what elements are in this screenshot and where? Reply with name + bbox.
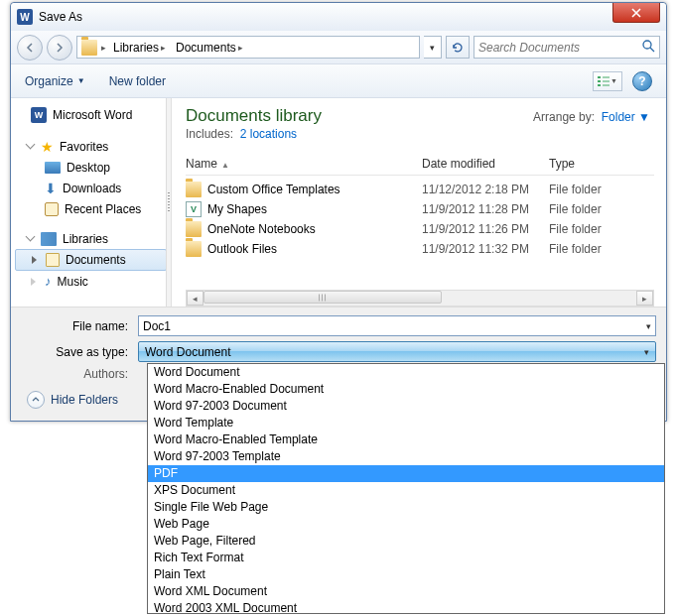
type-option[interactable]: Web Page, Filtered bbox=[148, 533, 664, 550]
type-option[interactable]: Word Document bbox=[148, 364, 664, 381]
table-row[interactable]: Outlook Files11/9/2012 11:32 PMFile fold… bbox=[186, 239, 654, 259]
scroll-track[interactable] bbox=[203, 291, 636, 306]
sidebar-item-recent[interactable]: Recent Places bbox=[11, 199, 171, 219]
scroll-left-button[interactable]: ◂ bbox=[187, 291, 203, 306]
window-title: Save As bbox=[39, 10, 82, 24]
file-date: 11/9/2012 11:28 PM bbox=[422, 202, 549, 216]
column-type[interactable]: Type bbox=[549, 157, 654, 171]
authors-label: Authors: bbox=[21, 367, 138, 381]
nav-bar: ▸ Libraries▸ Documents▸ ▾ bbox=[11, 31, 666, 64]
type-option[interactable]: Word 97-2003 Document bbox=[148, 398, 664, 415]
table-row[interactable]: Custom Office Templates11/12/2012 2:18 P… bbox=[186, 180, 654, 199]
sidebar-splitter[interactable] bbox=[166, 98, 171, 307]
type-option[interactable]: Rich Text Format bbox=[148, 550, 664, 566]
type-option[interactable]: Word Template bbox=[148, 415, 664, 431]
documents-icon bbox=[46, 253, 60, 267]
nav-forward-button[interactable] bbox=[47, 35, 72, 61]
file-type: File folder bbox=[549, 222, 654, 236]
type-option[interactable]: Word 2003 XML Document bbox=[148, 600, 664, 614]
view-options-button[interactable]: ▼ bbox=[593, 71, 622, 91]
filename-dropdown-icon[interactable]: ▾ bbox=[646, 321, 651, 331]
sidebar-item-music[interactable]: ♪Music bbox=[11, 271, 171, 292]
music-icon: ♪ bbox=[45, 274, 52, 289]
organize-button[interactable]: Organize ▼ bbox=[25, 74, 85, 88]
sidebar-item-word[interactable]: WMicrosoft Word bbox=[11, 104, 171, 126]
star-icon: ★ bbox=[41, 139, 54, 155]
save-as-type-select[interactable]: Word Document▾ bbox=[138, 341, 656, 362]
arrange-by-dropdown[interactable]: Folder ▼ bbox=[602, 110, 650, 124]
svg-rect-3 bbox=[598, 80, 601, 82]
column-headers: Name▲ Date modified Type bbox=[186, 157, 654, 176]
folder-icon bbox=[186, 241, 202, 257]
file-date: 11/12/2012 2:18 PM bbox=[422, 183, 549, 196]
file-date: 11/9/2012 11:26 PM bbox=[422, 222, 549, 236]
file-name: My Shapes bbox=[207, 202, 267, 216]
scroll-thumb[interactable] bbox=[203, 291, 442, 304]
save-as-dialog: W Save As ▸ Libraries▸ Documents▸ ▾ Orga… bbox=[10, 2, 667, 422]
search-box[interactable] bbox=[474, 36, 660, 59]
nav-back-button[interactable] bbox=[17, 35, 43, 61]
file-name: Custom Office Templates bbox=[207, 183, 340, 196]
chevron-up-icon bbox=[27, 391, 45, 409]
titlebar[interactable]: W Save As bbox=[11, 3, 666, 31]
desktop-icon bbox=[45, 162, 61, 174]
word-icon: W bbox=[31, 107, 47, 123]
search-input[interactable] bbox=[478, 41, 641, 55]
file-type: File folder bbox=[549, 242, 654, 256]
svg-point-0 bbox=[643, 41, 651, 49]
download-icon: ⬇ bbox=[45, 181, 57, 196]
sidebar-favorites-header[interactable]: ★Favorites bbox=[11, 136, 171, 158]
breadcrumb-documents[interactable]: Documents▸ bbox=[173, 41, 246, 55]
folder-icon bbox=[186, 182, 202, 197]
address-bar[interactable]: ▸ Libraries▸ Documents▸ bbox=[76, 36, 420, 59]
folder-icon bbox=[186, 221, 202, 237]
filename-input[interactable]: Doc1▾ bbox=[138, 315, 656, 336]
help-button[interactable]: ? bbox=[632, 71, 652, 91]
column-date[interactable]: Date modified bbox=[422, 157, 549, 171]
type-option[interactable]: Word XML Document bbox=[148, 583, 664, 600]
refresh-button[interactable] bbox=[446, 36, 470, 59]
type-option[interactable]: Word Macro-Enabled Document bbox=[148, 381, 664, 398]
type-option[interactable]: XPS Document bbox=[148, 482, 664, 499]
library-subtitle: Includes: 2 locations bbox=[186, 127, 654, 141]
horizontal-scrollbar[interactable]: ◂ ▸ bbox=[186, 290, 654, 307]
column-name[interactable]: Name▲ bbox=[186, 157, 422, 171]
svg-line-1 bbox=[650, 48, 654, 52]
arrange-by: Arrange by: Folder ▼ bbox=[533, 110, 650, 124]
dropdown-icon: ▾ bbox=[644, 347, 649, 357]
address-dropdown-button[interactable]: ▾ bbox=[424, 36, 442, 59]
help-icon: ? bbox=[638, 74, 645, 88]
table-row[interactable]: OneNote Notebooks11/9/2012 11:26 PMFile … bbox=[186, 219, 654, 239]
type-option[interactable]: Web Page bbox=[148, 516, 664, 533]
sidebar-item-documents[interactable]: Documents bbox=[15, 249, 167, 271]
expand-icon bbox=[27, 143, 35, 151]
close-button[interactable] bbox=[612, 3, 660, 23]
sidebar-item-desktop[interactable]: Desktop bbox=[11, 158, 171, 178]
word-app-icon: W bbox=[17, 9, 33, 25]
recent-places-icon bbox=[45, 202, 59, 216]
view-icon bbox=[598, 76, 609, 86]
sidebar-libraries-header[interactable]: Libraries bbox=[11, 229, 171, 249]
type-option[interactable]: Word Macro-Enabled Template bbox=[148, 431, 664, 448]
type-option[interactable]: Word 97-2003 Template bbox=[148, 448, 664, 465]
search-icon[interactable] bbox=[641, 39, 655, 56]
scroll-right-button[interactable]: ▸ bbox=[636, 291, 653, 306]
body-area: WMicrosoft Word ★Favorites Desktop ⬇Down… bbox=[11, 98, 666, 307]
file-rows: Custom Office Templates11/12/2012 2:18 P… bbox=[186, 180, 654, 259]
sidebar-item-downloads[interactable]: ⬇Downloads bbox=[11, 178, 171, 199]
file-name: Outlook Files bbox=[207, 242, 277, 256]
breadcrumb-libraries[interactable]: Libraries▸ bbox=[110, 41, 169, 55]
file-type: File folder bbox=[549, 183, 654, 196]
sort-asc-icon: ▲ bbox=[221, 161, 229, 170]
table-row[interactable]: VMy Shapes11/9/2012 11:28 PMFile folder bbox=[186, 199, 654, 219]
type-option[interactable]: Single File Web Page bbox=[148, 499, 664, 516]
file-date: 11/9/2012 11:32 PM bbox=[422, 242, 549, 256]
type-option[interactable]: Plain Text bbox=[148, 566, 664, 583]
new-folder-button[interactable]: New folder bbox=[109, 74, 166, 88]
expand-icon bbox=[32, 256, 37, 264]
svg-rect-4 bbox=[598, 84, 601, 86]
type-option[interactable]: PDF bbox=[148, 465, 664, 482]
save-as-type-dropdown[interactable]: Word DocumentWord Macro-Enabled Document… bbox=[147, 363, 665, 614]
svg-rect-2 bbox=[598, 76, 601, 78]
includes-link[interactable]: 2 locations bbox=[240, 127, 297, 141]
